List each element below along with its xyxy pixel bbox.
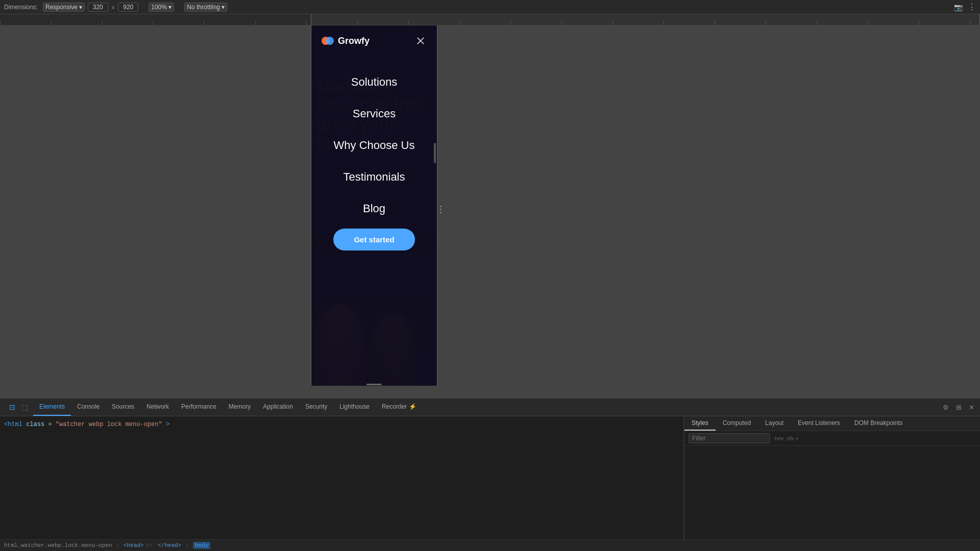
breadcrumb-html-watcher[interactable]: html.watcher.webp.lock.menu-open (4, 542, 112, 548)
settings-icon[interactable]: ⚙ (941, 402, 950, 413)
logo-text: Growfy (338, 36, 370, 46)
width-input[interactable] (88, 3, 108, 12)
get-started-button[interactable]: Get started (333, 229, 414, 251)
ruler (0, 14, 980, 26)
camera-icon[interactable]: 📷 (953, 2, 964, 12)
styles-tab-event-listeners[interactable]: Event Listeners (791, 416, 847, 431)
elements-tree: <html class = "watcher webp lock menu-op… (4, 419, 679, 431)
styles-filter-row: :hov .cls + (684, 431, 980, 446)
tab-application[interactable]: Application (257, 398, 299, 416)
devtools-panel: ⊡ ⬚ Elements Console Sources Network Per… (0, 398, 980, 551)
svg-point-1 (326, 37, 334, 45)
tab-performance[interactable]: Performance (175, 398, 223, 416)
styles-filter-input[interactable] (689, 433, 770, 443)
elements-panel: <html class = "watcher webp lock menu-op… (0, 416, 684, 539)
inspect-element-icon[interactable]: ⊡ (7, 401, 17, 413)
nav-item-why-choose-us[interactable]: Why Choose Us (311, 130, 437, 161)
breadcrumb-head-close[interactable]: </head> (155, 542, 182, 548)
throttle-select[interactable]: No throttling ▾ (184, 3, 227, 12)
responsive-select[interactable]: Responsive ▾ (43, 3, 85, 12)
zoom-select[interactable]: 100% ▾ (149, 3, 174, 12)
tab-security[interactable]: Security (299, 398, 333, 416)
tab-sources[interactable]: Sources (106, 398, 140, 416)
main-preview-area: Marketing solutions that grow your busin… (0, 26, 980, 398)
styles-tabs: Styles Computed Layout Event Listeners D… (684, 416, 980, 431)
nav-items: Solutions Services Why Choose Us Testimo… (311, 56, 437, 386)
styles-tab-computed[interactable]: Computed (716, 416, 758, 431)
topbar-icons: 📷 ⋮ (953, 2, 976, 12)
devtools-topbar: Dimensions: Responsive ▾ x 100% ▾ No thr… (0, 0, 980, 14)
dock-icon[interactable]: ⊞ (954, 402, 963, 413)
tab-console[interactable]: Console (71, 398, 106, 416)
resize-handle-right[interactable] (437, 199, 444, 219)
devtools-tab-icons: ⚙ ⊞ ✕ (941, 402, 976, 413)
height-input[interactable] (118, 3, 138, 12)
dimensions-label: Dimensions: (4, 4, 38, 11)
devtools-left-icons: ⊡ ⬚ (4, 401, 33, 413)
styles-filter-hint: :hov .cls + (773, 435, 799, 441)
tab-lighthouse[interactable]: Lighthouse (333, 398, 376, 416)
resize-handle-bottom[interactable] (364, 383, 384, 386)
tab-memory[interactable]: Memory (223, 398, 257, 416)
logo-area: Growfy (321, 34, 370, 48)
mobile-menu-overlay: Growfy Solutions Services Why Choose Us … (311, 26, 437, 386)
logo-icon (321, 34, 335, 48)
devtools-content: <html class = "watcher webp lock menu-op… (0, 416, 980, 539)
breadcrumb-bar: html.watcher.webp.lock.menu-open › <head… (0, 539, 980, 551)
styles-tab-dom-breakpoints[interactable]: DOM Breakpoints (847, 416, 910, 431)
nav-item-solutions[interactable]: Solutions (311, 66, 437, 98)
devtools-tabs: ⊡ ⬚ Elements Console Sources Network Per… (0, 398, 980, 416)
device-toggle-icon[interactable]: ⬚ (19, 401, 30, 413)
tab-network[interactable]: Network (140, 398, 175, 416)
menu-header: Growfy (311, 26, 437, 56)
website-background: Marketing solutions that grow your busin… (311, 26, 437, 386)
close-devtools-icon[interactable]: ✕ (967, 402, 976, 413)
breadcrumb-head[interactable]: <head> (124, 542, 144, 548)
nav-item-services[interactable]: Services (311, 98, 437, 130)
breadcrumb-body[interactable]: body (193, 542, 210, 549)
nav-item-blog[interactable]: Blog (311, 193, 437, 224)
close-menu-button[interactable] (413, 34, 428, 48)
nav-item-testimonials[interactable]: Testimonials (311, 161, 437, 193)
tab-elements[interactable]: Elements (33, 398, 71, 416)
styles-tab-layout[interactable]: Layout (758, 416, 791, 431)
preview-viewport: Marketing solutions that grow your busin… (311, 26, 437, 386)
tab-recorder[interactable]: Recorder ⚡ (376, 398, 423, 416)
scrollbar-track[interactable] (433, 51, 436, 357)
styles-tab-styles[interactable]: Styles (684, 416, 716, 431)
scrollbar-thumb[interactable] (434, 143, 436, 163)
more-options-icon[interactable]: ⋮ (968, 2, 976, 12)
styles-panel: Styles Computed Layout Event Listeners D… (684, 416, 980, 539)
